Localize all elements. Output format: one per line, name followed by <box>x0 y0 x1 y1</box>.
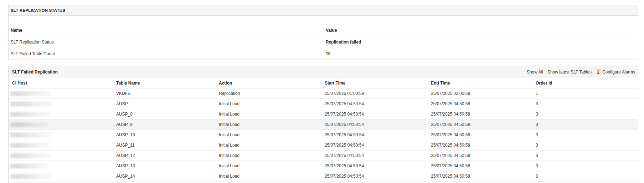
status-name-cell: SLT Replication Status <box>9 36 324 48</box>
action-cell: Initial Load <box>215 140 321 151</box>
redacted-ci-host <box>10 174 52 179</box>
table-name-column-header: Table Name <box>113 78 215 88</box>
ci-host-column-header: CI Host <box>9 78 113 88</box>
action-column-header: Action <box>215 78 321 88</box>
end-time-cell: 25/07/2025 04:50:58 <box>427 151 532 161</box>
show-all-link[interactable]: Show All <box>527 70 543 75</box>
redacted-ci-host <box>10 164 48 168</box>
table-name-cell: AUSP_14 <box>113 171 215 182</box>
order-id-cell: 3 <box>532 171 638 182</box>
failed-replication-table: CI Host Table Name Action Start Time End… <box>9 78 638 183</box>
redacted-ci-host <box>10 91 51 96</box>
ci-host-cell <box>9 120 113 130</box>
panel-title: SLT REPLICATION STATUS <box>11 8 65 12</box>
table-header-row: Name Value <box>9 16 638 36</box>
table-row: AUSP_13Initial Load25/07/2025 04:50:5425… <box>9 161 638 171</box>
replication-status-table: Name Value SLT Replication Status Replic… <box>9 16 638 60</box>
ci-host-cell <box>9 151 113 161</box>
table-name-cell: AUSP_15 <box>113 182 215 183</box>
action-cell: Initial Load <box>215 130 321 140</box>
end-time-cell: 25/07/2025 04:50:58 <box>427 161 532 171</box>
order-id-cell: 3 <box>532 161 638 171</box>
ci-host-cell <box>9 171 113 182</box>
action-cell: Initial Load <box>215 120 321 130</box>
redacted-ci-host <box>10 102 53 106</box>
start-time-cell: 25/07/2025 04:50:54 <box>321 151 427 161</box>
table-header-row: CI Host Table Name Action Start Time End… <box>9 78 638 88</box>
end-time-cell: 25/07/2025 04:50:58 <box>427 130 532 140</box>
order-id-cell: 3 <box>532 151 638 161</box>
order-id-cell: 1 <box>532 88 638 99</box>
configure-alarms-group: Configure Alarms <box>596 69 635 75</box>
table-row: AUSP_8Initial Load25/07/2025 04:50:5425/… <box>9 109 638 120</box>
ci-host-cell <box>9 109 113 120</box>
table-name-cell: AUSP <box>113 99 215 109</box>
name-column-header: Name <box>9 16 324 36</box>
end-time-cell: 25/07/2025 04:50:58 <box>427 120 532 130</box>
redacted-ci-host <box>10 143 49 148</box>
order-id-cell: 3 <box>532 182 638 183</box>
table-name-cell: VKDFS <box>113 88 215 99</box>
table-name-cell: AUSP_11 <box>113 140 215 151</box>
failed-replication-tbody: VKDFSReplication25/07/2025 01:00:5925/07… <box>9 88 638 183</box>
redacted-ci-host <box>10 112 51 117</box>
ci-host-cell <box>9 140 113 151</box>
start-time-cell: 25/07/2025 04:50:54 <box>321 99 427 109</box>
start-time-cell: 25/07/2025 04:50:54 <box>321 140 427 151</box>
table-name-cell: AUSP_10 <box>113 130 215 140</box>
panel-title: SLT Failed Replication <box>12 70 58 75</box>
status-value-cell: Replication failed <box>324 36 638 48</box>
start-time-column-header: Start Time <box>321 78 427 88</box>
start-time-cell: 25/07/2025 04:50:54 <box>321 182 427 183</box>
end-time-cell: 25/07/2025 02:00:59 <box>427 88 532 99</box>
table-row: AUSPInitial Load25/07/2025 04:50:5425/07… <box>9 99 638 109</box>
ci-host-cell <box>9 88 113 99</box>
order-id-cell: 3 <box>532 109 638 120</box>
start-time-cell: 25/07/2025 04:50:54 <box>321 171 427 182</box>
ci-host-cell <box>9 161 113 171</box>
order-id-column-header: Order Id <box>532 78 638 88</box>
table-name-cell: AUSP_8 <box>113 109 215 120</box>
table-row: AUSP_15Initial Load25/07/2025 04:50:5425… <box>9 182 638 183</box>
order-id-cell: 3 <box>532 140 638 151</box>
end-time-cell: 25/07/2025 04:50:58 <box>427 171 532 182</box>
action-cell: Initial Load <box>215 151 321 161</box>
count-name-cell: SLT Failed Table Count <box>9 48 324 60</box>
action-cell: Initial Load <box>215 99 321 109</box>
ci-host-cell <box>9 182 113 183</box>
count-value-cell: 10 <box>324 48 638 60</box>
end-time-cell: 25/07/2025 04:50:58 <box>427 140 532 151</box>
table-row: AUSP_10Initial Load25/07/2025 04:50:5425… <box>9 130 638 140</box>
order-id-cell: 3 <box>532 130 638 140</box>
table-name-cell: AUSP_9 <box>113 120 215 130</box>
table-row: AUSP_11Initial Load25/07/2025 04:50:5425… <box>9 140 638 151</box>
table-row: AUSP_12Initial Load25/07/2025 04:50:5425… <box>9 151 638 161</box>
alarm-icon <box>596 69 601 75</box>
start-time-cell: 25/07/2025 04:50:54 <box>321 109 427 120</box>
ci-host-cell <box>9 130 113 140</box>
redacted-ci-host <box>10 153 51 158</box>
end-time-cell: 25/07/2025 04:50:58 <box>427 109 532 120</box>
table-row: SLT Failed Table Count 10 <box>9 48 638 60</box>
order-id-cell: 3 <box>532 120 638 130</box>
slt-replication-status-header: SLT REPLICATION STATUS <box>9 5 638 16</box>
action-cell: Initial Load <box>215 182 321 183</box>
configure-alarms-link[interactable]: Configure Alarms <box>602 70 635 75</box>
show-latest-slt-tables-link[interactable]: Show latest SLT Tables <box>547 70 592 75</box>
start-time-cell: 25/07/2025 04:50:54 <box>321 161 427 171</box>
table-row: VKDFSReplication25/07/2025 01:00:5925/07… <box>9 88 638 99</box>
slt-failed-replication-header: SLT Failed Replication Show All Show lat… <box>9 66 638 78</box>
header-links: Show All Show latest SLT Tables Configur… <box>527 69 635 75</box>
start-time-cell: 25/07/2025 04:50:54 <box>321 120 427 130</box>
dashboard: SLT REPLICATION STATUS Name Value SLT Re… <box>8 5 639 183</box>
redacted-ci-host <box>10 122 48 127</box>
end-time-cell: 25/07/2025 04:50:58 <box>427 99 532 109</box>
ci-host-cell <box>9 99 113 109</box>
value-column-header: Value <box>324 16 638 36</box>
action-cell: Initial Load <box>215 109 321 120</box>
table-row: AUSP_9Initial Load25/07/2025 04:50:5425/… <box>9 120 638 130</box>
start-time-cell: 25/07/2025 04:50:54 <box>321 130 427 140</box>
slt-failed-replication-panel: SLT Failed Replication Show All Show lat… <box>8 66 638 183</box>
end-time-column-header: End Time <box>427 78 532 88</box>
end-time-cell: 25/07/2025 04:50:58 <box>427 182 532 183</box>
